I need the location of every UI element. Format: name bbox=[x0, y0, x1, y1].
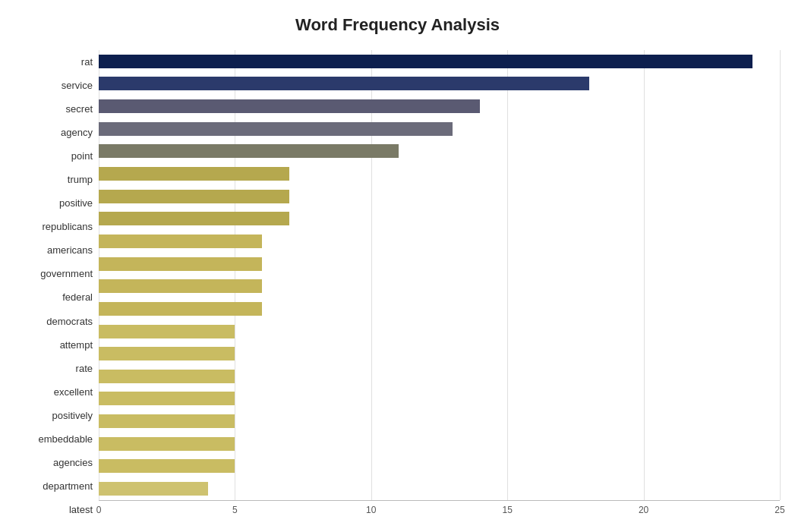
bar-row-positive bbox=[99, 188, 780, 205]
bar-row-embeddable bbox=[99, 413, 780, 430]
bar-republicans bbox=[99, 212, 289, 225]
bar-rate bbox=[99, 347, 235, 360]
y-label-positively: positively bbox=[52, 411, 93, 420]
bars-area: 0510152025 Frequency bbox=[99, 50, 780, 521]
chart-inner: ratservicesecretagencypointtrumppositive… bbox=[15, 50, 780, 521]
x-tick-25: 25 bbox=[774, 505, 784, 515]
bar-secret bbox=[99, 99, 480, 113]
bar-federal bbox=[99, 279, 262, 293]
bar-row-rate bbox=[99, 345, 780, 362]
y-label-federal: federal bbox=[62, 292, 93, 302]
y-axis: ratservicesecretagencypointtrumppositive… bbox=[15, 50, 99, 521]
y-label-americans: americans bbox=[47, 245, 93, 255]
bar-excellent bbox=[99, 370, 235, 383]
bar-latest bbox=[99, 482, 208, 496]
bar-agencies bbox=[99, 437, 235, 451]
y-label-service: service bbox=[62, 80, 93, 90]
y-label-rate: rate bbox=[76, 364, 93, 373]
y-label-embeddable: embeddable bbox=[38, 434, 93, 444]
bar-row-secret bbox=[99, 98, 780, 115]
y-label-republicans: republicans bbox=[43, 222, 93, 231]
bar-democrats bbox=[99, 302, 262, 316]
bar-row-excellent bbox=[99, 368, 780, 385]
bar-row-positively bbox=[99, 390, 780, 407]
bar-row-department bbox=[99, 458, 780, 474]
x-tick-15: 15 bbox=[503, 505, 513, 515]
bar-row-rat bbox=[99, 53, 780, 70]
bar-agency bbox=[99, 122, 453, 136]
bar-row-democrats bbox=[99, 301, 780, 317]
x-tick-20: 20 bbox=[639, 505, 648, 515]
bar-row-agencies bbox=[99, 436, 780, 452]
y-label-democrats: democrats bbox=[46, 316, 93, 326]
y-label-secret: secret bbox=[66, 104, 93, 114]
y-label-agencies: agencies bbox=[53, 458, 93, 467]
y-label-rat: rat bbox=[81, 57, 93, 67]
bar-americans bbox=[99, 235, 262, 248]
y-label-positive: positive bbox=[59, 198, 93, 208]
x-tick-10: 10 bbox=[366, 505, 376, 515]
y-label-trump: trump bbox=[68, 175, 93, 184]
bar-row-trump bbox=[99, 165, 780, 182]
x-tick-5: 5 bbox=[232, 505, 238, 515]
bar-row-republicans bbox=[99, 210, 780, 227]
bar-positive bbox=[99, 190, 289, 203]
bar-embeddable bbox=[99, 414, 235, 428]
bar-row-service bbox=[99, 75, 780, 92]
bar-department bbox=[99, 459, 235, 473]
y-label-attempt: attempt bbox=[60, 340, 93, 350]
bar-trump bbox=[99, 167, 289, 181]
bar-row-government bbox=[99, 256, 780, 272]
bar-positively bbox=[99, 392, 235, 405]
bar-point bbox=[99, 144, 399, 158]
chart-container: Word Frequency Analysis ratservicesecret… bbox=[0, 0, 795, 532]
y-label-latest: latest bbox=[69, 505, 93, 515]
bar-row-agency bbox=[99, 121, 780, 137]
bar-row-americans bbox=[99, 233, 780, 250]
bar-rat bbox=[99, 55, 752, 68]
bar-row-latest bbox=[99, 480, 780, 497]
bar-government bbox=[99, 257, 262, 271]
bar-attempt bbox=[99, 325, 235, 338]
y-label-excellent: excellent bbox=[54, 387, 93, 397]
x-tick-0: 0 bbox=[96, 505, 102, 515]
bar-row-attempt bbox=[99, 323, 780, 340]
chart-title: Word Frequency Analysis bbox=[15, 15, 780, 35]
y-label-government: government bbox=[40, 269, 93, 279]
bar-row-federal bbox=[99, 278, 780, 294]
y-label-point: point bbox=[71, 151, 93, 161]
bar-service bbox=[99, 77, 589, 90]
y-label-agency: agency bbox=[61, 127, 93, 137]
y-label-department: department bbox=[43, 481, 93, 491]
bar-row-point bbox=[99, 143, 780, 159]
grid-line-25 bbox=[780, 50, 781, 500]
